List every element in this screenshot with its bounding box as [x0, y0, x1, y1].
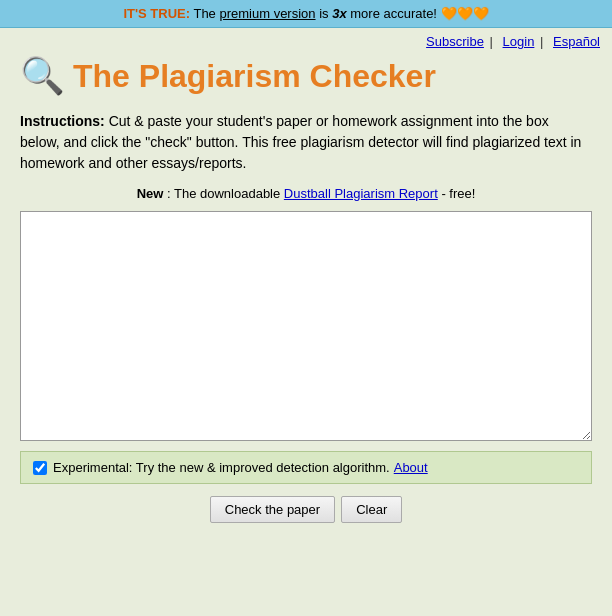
banner-text: The [193, 6, 219, 21]
banner-middle-text: is [319, 6, 332, 21]
experimental-box: Experimental: Try the new & improved det… [20, 451, 592, 484]
login-link[interactable]: Login [503, 34, 535, 49]
premium-link[interactable]: premium version [219, 6, 315, 21]
nav-sep-2: | [540, 34, 543, 49]
nav-sep-1: | [490, 34, 493, 49]
subscribe-link[interactable]: Subscribe [426, 34, 484, 49]
experimental-text: Experimental: Try the new & improved det… [53, 460, 390, 475]
banner-end-text: more accurate! 🧡🧡🧡 [350, 6, 488, 21]
clear-button[interactable]: Clear [341, 496, 402, 523]
banner-3x: 3x [332, 6, 346, 21]
paper-textarea[interactable] [20, 211, 592, 441]
nav-bar: Subscribe | Login | Español [0, 28, 612, 55]
new-line-end: - free! [441, 186, 475, 201]
new-line: New : The downloadable Dustball Plagiari… [20, 186, 592, 201]
title-row: 🔍 The Plagiarism Checker [20, 55, 592, 97]
buttons-row: Check the paper Clear [20, 496, 592, 523]
instructions-rest: Cut & paste your student's paper or home… [20, 113, 581, 171]
its-true-label: IT'S TRUE: [123, 6, 190, 21]
new-line-text: : The downloadable [167, 186, 284, 201]
experimental-checkbox[interactable] [33, 461, 47, 475]
instructions-bold: Instructions: [20, 113, 105, 129]
new-label: New [137, 186, 164, 201]
page-title: The Plagiarism Checker [73, 58, 436, 95]
top-banner: IT'S TRUE: The premium version is 3x mor… [0, 0, 612, 28]
dustball-report-link[interactable]: Dustball Plagiarism Report [284, 186, 438, 201]
espanol-link[interactable]: Español [553, 34, 600, 49]
main-content: 🔍 The Plagiarism Checker Instructions: C… [0, 55, 612, 543]
magnifier-icon: 🔍 [20, 55, 65, 97]
check-paper-button[interactable]: Check the paper [210, 496, 335, 523]
experimental-about-link[interactable]: About [394, 460, 428, 475]
instructions-text: Instructions: Cut & paste your student's… [20, 111, 592, 174]
